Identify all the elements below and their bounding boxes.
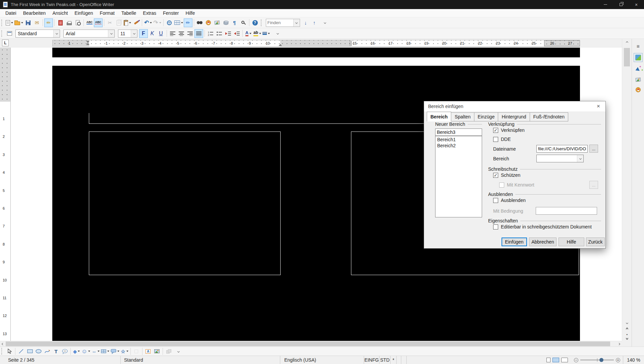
decrease-indent-button[interactable] — [224, 29, 232, 38]
text-callout-tool-button[interactable] — [60, 347, 69, 356]
dropdown-arrow-icon[interactable] — [78, 351, 80, 352]
v-ruler[interactable]: 12345678910111213 — [0, 48, 11, 341]
vertical-scrollbar[interactable]: ● — [622, 39, 632, 341]
toolbar-overflow-button[interactable] — [321, 18, 330, 27]
next-page-button[interactable] — [622, 335, 632, 341]
menu-fenster[interactable]: Fenster — [160, 9, 182, 17]
dropdown-arrow-icon[interactable] — [181, 22, 183, 23]
filename-input[interactable] — [537, 145, 587, 152]
ellipse-tool-button[interactable] — [34, 347, 43, 356]
sidebar-settings-button[interactable]: ≡ — [634, 42, 643, 51]
find-replace-button[interactable] — [195, 18, 204, 27]
open-button[interactable] — [14, 18, 24, 27]
fontwork-button[interactable]: A — [144, 347, 153, 356]
menu-hilfe[interactable]: Hilfe — [182, 9, 198, 17]
dialog-close-button[interactable]: × — [595, 103, 601, 110]
block-arrows-button[interactable]: ⇔ — [91, 347, 100, 356]
dropdown-arrow-icon[interactable] — [268, 33, 270, 34]
horizontal-scroll-thumb[interactable] — [6, 342, 610, 346]
insert-button[interactable]: Einfügen — [502, 238, 527, 246]
gallery-button[interactable] — [213, 18, 222, 27]
scroll-up-button[interactable] — [622, 40, 632, 45]
menu-format[interactable]: Format — [97, 9, 118, 17]
underline-button[interactable]: U — [157, 29, 165, 38]
tab-hintergrund[interactable]: Hintergrund — [498, 112, 530, 121]
align-right-button[interactable] — [186, 29, 194, 38]
insert-table-button[interactable] — [174, 18, 184, 27]
sidebar-tab-styles[interactable] — [634, 64, 643, 73]
dropdown-arrow-icon[interactable] — [126, 351, 128, 352]
bold-button[interactable]: F — [139, 29, 148, 38]
toolbar-drag-handle[interactable] — [1, 348, 3, 355]
zoom-button[interactable] — [239, 18, 248, 27]
tab-einzuege[interactable]: Einzüge — [474, 112, 499, 121]
email-button[interactable]: ✉ — [33, 18, 41, 27]
sidebar-tab-navigator[interactable] — [634, 85, 643, 94]
indent-marker[interactable] — [86, 41, 90, 45]
h-ruler[interactable]: 11234567891015161718192021222324252627 — [52, 40, 580, 47]
rectangle-tool-button[interactable] — [25, 347, 34, 356]
italic-button[interactable]: K — [148, 29, 157, 38]
symbol-shapes-button[interactable]: ☺ — [81, 347, 91, 356]
password-browse-button[interactable]: ... — [589, 181, 598, 189]
callouts-button[interactable] — [110, 347, 120, 356]
bullet-list-button[interactable] — [215, 29, 224, 38]
section-combobox[interactable] — [536, 155, 584, 162]
cancel-button[interactable]: Abbrechen — [529, 238, 557, 246]
show-draw-functions-button[interactable]: ✏ — [184, 18, 192, 27]
status-zoom-level[interactable]: 140 % — [623, 356, 644, 364]
condition-input[interactable] — [536, 207, 597, 214]
numbered-list-button[interactable]: 12 — [206, 29, 215, 38]
dropdown-arrow-icon[interactable] — [159, 22, 161, 23]
hide-checkbox[interactable]: Ausblenden — [493, 198, 526, 203]
filename-field[interactable] — [536, 145, 588, 153]
styles-window-button[interactable] — [5, 29, 14, 38]
minimize-button[interactable] — [598, 0, 613, 9]
redo-button[interactable]: ↷ — [153, 18, 162, 27]
dropdown-arrow-icon[interactable] — [21, 22, 23, 23]
edit-points-button[interactable] — [132, 347, 141, 356]
column-separator-marker[interactable] — [350, 41, 352, 46]
help-button[interactable]: Hilfe — [559, 238, 584, 246]
horizontal-scrollbar[interactable] — [0, 341, 622, 347]
combo-dropdown-button[interactable] — [53, 30, 60, 37]
dropdown-arrow-icon[interactable] — [259, 33, 261, 34]
status-language[interactable]: Englisch (USA) — [280, 356, 364, 364]
single-page-view-button[interactable] — [546, 358, 550, 362]
print-button[interactable] — [65, 18, 73, 27]
stars-button[interactable]: ☆ — [120, 347, 129, 356]
highlighting-button[interactable]: ab — [253, 29, 262, 38]
extrusion-button[interactable] — [164, 347, 173, 356]
data-sources-button[interactable] — [222, 18, 230, 27]
align-left-button[interactable] — [168, 29, 177, 38]
save-button[interactable] — [24, 18, 33, 27]
dropdown-arrow-icon[interactable] — [88, 351, 90, 352]
new-document-button[interactable] — [5, 18, 14, 27]
scroll-left-button[interactable] — [0, 341, 6, 347]
dropdown-arrow-icon[interactable] — [107, 351, 109, 352]
paste-button[interactable] — [123, 18, 132, 27]
edit-file-button[interactable]: ✏ — [44, 18, 53, 27]
section-list[interactable]: Bereich1 Bereich2 — [435, 136, 482, 217]
increase-indent-button[interactable] — [232, 29, 241, 38]
section-list-item[interactable]: Bereich2 — [435, 143, 482, 149]
navigator-button[interactable] — [204, 18, 213, 27]
status-selection-mode[interactable]: STD — [379, 356, 391, 364]
hyperlink-button[interactable] — [165, 18, 174, 27]
find-previous-button[interactable]: ↑ — [310, 18, 319, 27]
combo-dropdown-button[interactable] — [131, 30, 137, 37]
previous-page-button[interactable] — [622, 326, 632, 332]
toolbar-overflow-button[interactable] — [273, 29, 282, 38]
sidebar-tab-gallery[interactable] — [634, 75, 643, 84]
dropdown-arrow-icon[interactable] — [117, 351, 119, 352]
status-page[interactable]: Seite 2 / 345 — [0, 356, 121, 364]
zoom-track[interactable] — [580, 360, 614, 360]
scroll-right-button[interactable] — [616, 341, 622, 347]
tab-spalten[interactable]: Spalten — [451, 112, 474, 121]
spelling-button[interactable]: ABC — [85, 18, 94, 27]
toolbar-drag-handle[interactable] — [261, 19, 262, 26]
menu-datei[interactable]: Datei — [2, 9, 20, 17]
text-box-tool-button[interactable]: T — [52, 347, 60, 356]
font-size-combobox[interactable]: 11 — [118, 30, 137, 38]
status-insert-mode[interactable]: EINFG — [364, 356, 379, 364]
